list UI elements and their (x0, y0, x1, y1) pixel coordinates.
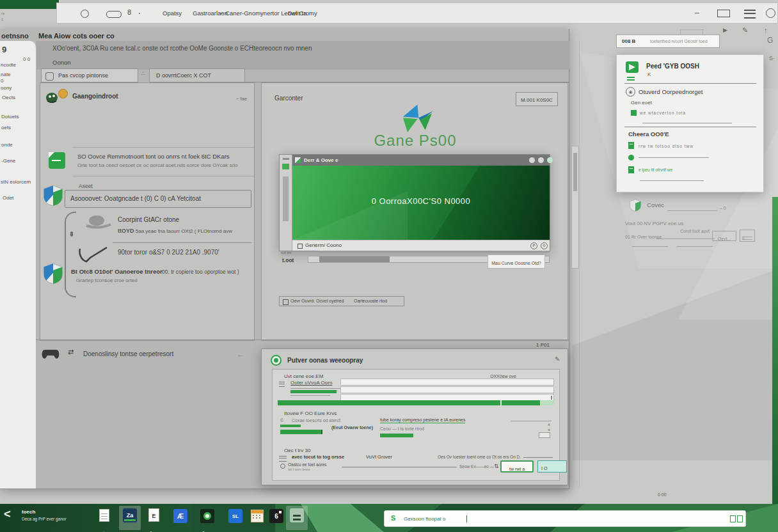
footer-label[interactable]: Doenoslinsy tontse oerpetresort (83, 350, 173, 357)
close-icon[interactable] (766, 8, 775, 18)
sidebar-item[interactable]: oets (1, 125, 11, 130)
corner-note: 1 (1, 17, 3, 21)
sidebar-item[interactable]: Oects (2, 95, 15, 100)
maximize-icon[interactable] (717, 10, 730, 17)
overall-progress-tip (540, 400, 554, 405)
sidebar-item[interactable]: onde (1, 142, 13, 148)
cursor-icon[interactable]: ▶ (723, 27, 727, 33)
sl-app-icon: SL (228, 509, 242, 523)
caret-down-icon[interactable]: ˅ (548, 428, 550, 432)
inner-minimize-icon[interactable] (529, 157, 535, 163)
app-glyph: E (152, 513, 155, 519)
status-checkbox[interactable] (298, 244, 303, 249)
window-title: Mea Aiow cots ooer co (38, 32, 115, 40)
tab-documents[interactable]: Pas cvcop pintonse (41, 68, 138, 82)
pen-icon[interactable]: ✎ (742, 26, 748, 35)
status-zero-icon[interactable]: 0 (541, 242, 548, 249)
scrollbar-thumb[interactable] (283, 176, 289, 221)
secondary-button[interactable]: I O (537, 460, 567, 473)
power-icon[interactable] (81, 10, 89, 18)
background-scrollbar-thumb[interactable] (573, 153, 577, 191)
inner-titlebar-label: Derr & Oove e (304, 157, 338, 163)
small-accessibility-icon (70, 231, 73, 237)
inner-maximize-icon[interactable] (538, 157, 544, 163)
card-list-item[interactable]: rrw tw totsoo dtso tww (639, 144, 694, 148)
pin-icon[interactable]: ↑ (764, 26, 768, 34)
card-subtitle: K (647, 72, 651, 77)
oval-icon[interactable] (106, 11, 122, 18)
section2-link[interactable]: tube koray compreso pestene e tA eorenes (380, 418, 465, 423)
pen-icon[interactable]: ✎ (555, 356, 560, 363)
footer-meta: ~· (238, 353, 242, 359)
download-progressbar[interactable]: Mau Curve Ooosne Otd? (308, 256, 550, 263)
keyboard-icon[interactable] (737, 515, 743, 522)
minimize-strip-icon[interactable] (283, 158, 289, 160)
swap-icon: ⇄ (68, 348, 74, 356)
inner-titlebar[interactable]: Derr & Oove e (292, 155, 550, 166)
banner-text: 0 OorroaX00C'S0 N0000 (292, 196, 550, 206)
caret-up-icon[interactable]: ˄ (548, 423, 550, 427)
back-chevron-icon[interactable]: < (4, 508, 11, 521)
adapter-field[interactable]: Asoooovet: Ooatgncade t (0) C 0) cA Yetc… (65, 190, 251, 208)
card-title: Peed 'GYB OOSH (646, 63, 699, 70)
section1-row-label[interactable]: Ooter uVvoA Oorn (290, 380, 332, 386)
taskbar-search[interactable]: S Gexsoon ftoopat o (384, 510, 746, 527)
detail-field[interactable] (340, 386, 554, 393)
keyboard-icon[interactable] (730, 515, 736, 522)
window-header-strip: XOo'oent, 3C0A Ru cene tcal.c onste oct … (36, 41, 569, 70)
inner-close-icon[interactable] (547, 157, 553, 163)
taskbar-app[interactable]: tro (96, 508, 115, 529)
group-line2-strong: ttOYD (118, 228, 134, 234)
menu-item[interactable]: - Der Cromy (284, 10, 317, 17)
radio-icon[interactable] (280, 464, 285, 469)
sidebar-item[interactable]: stN eolorcem (1, 179, 31, 185)
list-icon[interactable]: 8 (127, 8, 131, 16)
card-divider (624, 83, 756, 84)
update-item-box[interactable] (72, 147, 254, 176)
taskbar-app[interactable]: SL (226, 508, 245, 529)
background-scrollbar[interactable] (571, 146, 579, 269)
taskbar-app[interactable]: 6 (267, 508, 286, 529)
corner-app-block (0, 0, 59, 9)
status-circle-icon: ◉ (626, 87, 635, 97)
sidebar-item[interactable]: -Gene (1, 158, 15, 164)
sidebar-item[interactable]: Dotoets (1, 114, 19, 120)
flyout-search-box[interactable]: 008 B toeterthed rvoort Oeostr toed (616, 35, 720, 48)
updown-icon[interactable]: ⇅ (494, 463, 499, 469)
card-list-item[interactable]: e ipeu ltt otrvrtt we (639, 168, 672, 172)
taskbar-app-selected[interactable] (286, 506, 308, 530)
taskbar-app[interactable]: E Ocrers (145, 508, 164, 529)
green-strip-icon[interactable] (282, 164, 289, 169)
detail-field[interactable] (340, 379, 554, 386)
section3-row2-label: Oastcu ee toet aores (288, 462, 326, 467)
driver-folder-icon (49, 152, 65, 169)
sidebar-item[interactable]: oony (1, 85, 12, 91)
option-checkbox[interactable] (283, 299, 289, 305)
taskbar-app[interactable] (248, 508, 267, 529)
status-play-icon[interactable]: P (530, 242, 537, 249)
card-row1[interactable]: Otuverd Oorpeednorget (639, 88, 703, 95)
taskbar-app-selected[interactable]: Za Fu (119, 506, 141, 530)
shield-icon (43, 263, 63, 285)
slider-line[interactable] (342, 467, 457, 467)
install-button[interactable]: tw rwt a (500, 460, 534, 473)
tab-downloads[interactable]: D oovrrtCoerc X COT (149, 68, 245, 82)
browse-button[interactable]: Oevt... (712, 231, 736, 241)
spinner-box[interactable]: 0 (740, 230, 755, 242)
status-left-label: Generm/ Coono (305, 242, 342, 248)
menu-item[interactable]: Opatsy (163, 10, 182, 17)
sidebar-item[interactable]: ncodte (1, 62, 16, 68)
sidebar-item[interactable]: 0 (1, 78, 3, 84)
sidebar-item[interactable]: Odet (3, 195, 13, 201)
sidebar-item[interactable]: 9 (2, 45, 6, 54)
taskbar-app[interactable]: Tanerr (198, 508, 217, 529)
minimize-icon[interactable]: – (695, 8, 699, 17)
taskbar-app[interactable]: Æ (171, 508, 190, 529)
hamburger-icon[interactable] (744, 10, 756, 19)
desktop-seam (579, 40, 580, 488)
sidebar-item[interactable]: nate (1, 72, 11, 77)
overall-progress-marker (500, 400, 502, 405)
more-options-button[interactable]: M.001 K0S0C (516, 92, 558, 106)
section1-title: Uvt cene eoe.EM (284, 373, 323, 379)
option-checkbox-row[interactable]: Oevr Ouvrd. Ocvet oyetred Oartecuoste rt… (279, 296, 404, 306)
